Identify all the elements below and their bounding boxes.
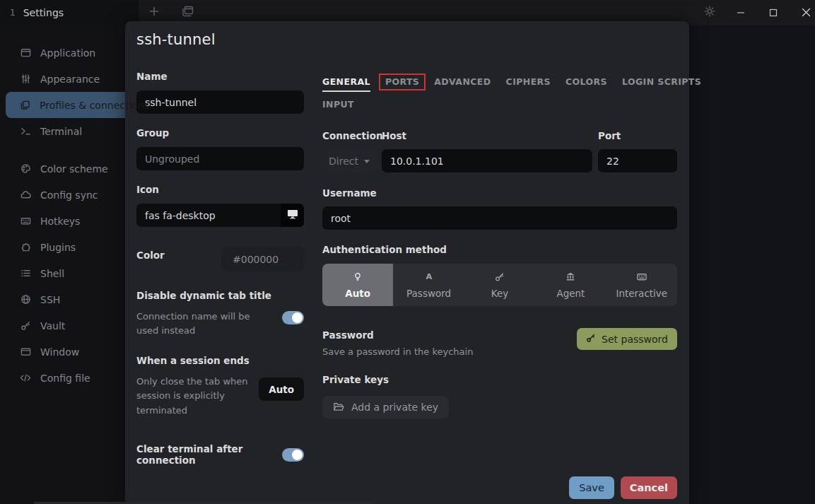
sidebar-item-label: Application <box>40 47 95 59</box>
sidebar-item-label: Plugins <box>40 242 76 253</box>
sidebar-item-vault[interactable]: Vault <box>0 317 125 334</box>
auth-option-label: Key <box>491 288 508 299</box>
sidebar-item-color-scheme[interactable]: Color scheme <box>0 160 125 177</box>
close-icon <box>802 6 811 20</box>
tab-input[interactable]: INPUT <box>322 99 354 115</box>
auth-method-label: Authentication method <box>322 244 677 255</box>
auth-option-interactive[interactable]: Interactive <box>606 264 677 306</box>
name-label: Name <box>136 71 304 82</box>
chevron-down-icon <box>364 160 370 163</box>
tab-advanced[interactable]: ADVANCED <box>434 76 491 92</box>
plus-icon <box>148 6 160 20</box>
maximize-icon <box>769 6 778 20</box>
add-private-key-button[interactable]: Add a private key <box>322 396 449 418</box>
password-description: Save a password in the keychain <box>322 345 473 359</box>
connection-select[interactable]: Direct <box>322 149 376 172</box>
sidebar-item-label: Config sync <box>40 189 98 201</box>
font-icon: A <box>424 271 434 284</box>
host-input[interactable] <box>382 149 592 172</box>
auth-option-label: Auto <box>345 288 370 299</box>
password-label: Password <box>322 329 374 341</box>
sidebar-item-config-sync[interactable]: Config sync <box>0 186 125 204</box>
auth-option-agent[interactable]: Agent <box>535 264 606 306</box>
sidebar-item-plugins[interactable]: Plugins <box>0 238 125 256</box>
clear-terminal-toggle[interactable] <box>282 448 304 462</box>
password-group: Password Save a password in the keychain… <box>322 328 677 359</box>
tab-ports[interactable]: PORTS <box>380 75 424 89</box>
sidebar-item-label: Hotkeys <box>40 216 80 227</box>
minimize-icon <box>737 6 745 20</box>
profile-tabs-row2: INPUT <box>322 99 677 115</box>
tab-general[interactable]: GENERAL <box>322 76 370 92</box>
session-ends-select[interactable]: Auto <box>259 377 304 401</box>
window-icon <box>20 346 31 357</box>
sidebar-item-appearance[interactable]: Appearance <box>0 70 125 88</box>
swatches-icon <box>20 74 31 84</box>
auth-option-key[interactable]: Key <box>464 264 535 306</box>
icon-label: Icon <box>136 184 304 195</box>
session-ends-group: When a session ends Only close the tab w… <box>136 355 304 417</box>
tab-login-scripts[interactable]: LOGIN SCRIPTS <box>622 76 701 92</box>
icon-field-group: Icon <box>136 184 304 227</box>
duplicate-window-icon <box>181 5 194 21</box>
private-keys-label: Private keys <box>322 374 677 385</box>
sidebar-item-config-file[interactable]: Config file <box>0 369 125 387</box>
username-input[interactable] <box>322 206 677 230</box>
disable-tab-title-toggle[interactable] <box>282 311 304 324</box>
tab-title: Settings <box>23 7 64 18</box>
lightbulb-icon <box>353 271 363 284</box>
sidebar-item-window[interactable]: Window <box>0 343 125 361</box>
sidebar-item-terminal[interactable]: Terminal <box>0 122 125 140</box>
sidebar-item-label: Profiles & connections <box>40 100 149 111</box>
profile-edit-modal: ssh-tunnel Name Group Icon Color Disable… <box>125 21 689 504</box>
cancel-button[interactable]: Cancel <box>621 476 677 499</box>
save-button[interactable]: Save <box>569 476 614 499</box>
modal-title: ssh-tunnel <box>136 31 216 48</box>
minimize-button[interactable] <box>729 0 753 25</box>
auth-method-group: Authentication method Auto A Password Ke… <box>322 244 677 306</box>
sidebar-item-ssh[interactable]: SSH <box>0 291 125 308</box>
sidebar-item-label: Window <box>40 346 79 358</box>
disable-tab-title-description: Connection name will be used instead <box>136 310 255 338</box>
sidebar-item-shell[interactable]: Shell <box>0 264 125 282</box>
tab-colors[interactable]: COLORS <box>565 76 607 92</box>
tab-ciphers[interactable]: CIPHERS <box>506 76 551 92</box>
settings-gear-button[interactable] <box>698 0 722 25</box>
disable-tab-title-label: Disable dynamic tab title <box>136 290 304 301</box>
color-field-group: Color <box>136 247 304 271</box>
app-tab-settings[interactable]: 1 Settings <box>0 0 139 25</box>
username-group: Username <box>322 187 677 230</box>
sidebar-item-label: Config file <box>40 373 90 384</box>
set-password-button[interactable]: Set password <box>577 328 677 350</box>
clone-icon <box>20 100 30 110</box>
sidebar-item-hotkeys[interactable]: Hotkeys <box>0 212 125 230</box>
sidebar-item-label: Color scheme <box>40 163 108 175</box>
username-label: Username <box>322 187 677 199</box>
clear-terminal-label: Clear terminal after connection <box>136 443 271 466</box>
close-button[interactable] <box>794 0 815 25</box>
port-input[interactable] <box>598 149 677 172</box>
desktop-icon <box>287 209 298 222</box>
profile-basic-column: Name Group Icon Color Disable dynamic ta… <box>136 71 304 466</box>
color-input[interactable] <box>221 247 304 271</box>
maximize-button[interactable] <box>761 0 785 25</box>
session-ends-label: When a session ends <box>136 355 304 366</box>
key-icon <box>586 333 596 345</box>
sidebar-item-application[interactable]: Application <box>0 44 125 61</box>
sidebar-item-label: Appearance <box>40 74 100 85</box>
keyboard-icon <box>20 216 31 226</box>
key-icon <box>495 271 505 284</box>
name-field-group: Name <box>136 71 304 114</box>
group-input[interactable] <box>136 147 304 170</box>
sidebar-item-profiles-connections[interactable]: Profiles & connections <box>0 96 125 114</box>
svg-text:A: A <box>426 271 432 281</box>
auth-option-password[interactable]: A Password <box>393 264 464 306</box>
sidebar-item-label: Terminal <box>40 126 82 137</box>
icon-input[interactable] <box>136 204 304 227</box>
auth-option-label: Agent <box>556 288 585 299</box>
name-input[interactable] <box>136 90 304 114</box>
icon-picker-button[interactable] <box>281 204 304 227</box>
auth-option-auto[interactable]: Auto <box>322 264 393 306</box>
modal-footer: Save Cancel <box>569 476 677 499</box>
code-icon <box>20 373 31 383</box>
